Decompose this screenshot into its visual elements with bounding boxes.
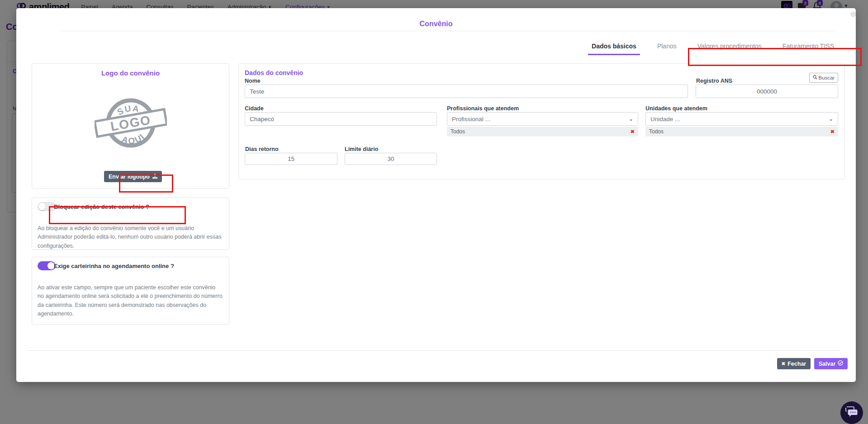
cidade-label: Cidade [245, 105, 264, 112]
chat-widget-button[interactable] [840, 401, 863, 424]
close-icon[interactable]: ⊗ [849, 10, 858, 19]
modal-title: Convênio [16, 20, 856, 28]
lock-edit-description: Ao bloquear a edição do convênio somente… [38, 224, 223, 250]
check-circle-icon [838, 360, 843, 367]
nome-input[interactable] [245, 85, 688, 98]
buscar-button[interactable]: Buscar [809, 73, 838, 83]
require-card-label: Exige carteirinha no agendamento online … [54, 263, 174, 269]
lock-edit-label: Bloquear edição deste convênio ? [54, 203, 149, 210]
registro-ans-label: Registro ANS [696, 78, 732, 84]
footer-divider [27, 350, 840, 351]
require-card-card: Exige carteirinha no agendamento online … [32, 257, 229, 325]
screen: amplimed Painel Agenda Consultas Pacient… [0, 0, 868, 424]
tab-bar: Dados básicos Planos Valores procediment… [588, 41, 838, 55]
tab-planos[interactable]: Planos [654, 41, 680, 55]
nome-label: Nome [245, 78, 261, 84]
profissionais-label: Profissionais que atendem [447, 105, 519, 112]
profissionais-select[interactable]: Profissional ... ⌄ [447, 112, 638, 126]
header-divider [59, 31, 838, 31]
chat-bubbles-icon [845, 405, 859, 420]
registro-ans-input[interactable] [696, 85, 838, 98]
limite-diario-label: Limite diário [345, 146, 378, 152]
unidades-label: Unidades que atendem [645, 105, 707, 112]
unidades-chip: Todos ✖ [645, 127, 838, 137]
logo-card: Logo do convênio ✦ SUA ✦ AQUI [32, 63, 229, 188]
remove-chip-icon[interactable]: ✖ [631, 129, 635, 135]
tab-faturamento-tiss[interactable]: Faturamento TISS [779, 41, 838, 55]
profissionais-chip: Todos ✖ [447, 127, 638, 137]
upload-logo-button[interactable]: Enviar logotipo [104, 171, 162, 182]
search-icon [813, 75, 817, 80]
tab-valores-procedimentos[interactable]: Valores procedimentos [694, 41, 765, 55]
require-card-toggle[interactable] [38, 261, 56, 270]
placeholder-logo-stamp: ✦ SUA ✦ AQUI LOGO [95, 94, 167, 151]
x-icon: ✖ [782, 361, 785, 366]
convenio-modal: ⊗ Convênio Dados básicos Planos Valores … [16, 8, 856, 382]
unidades-select[interactable]: Unidade ... ⌄ [645, 112, 838, 126]
salvar-button[interactable]: Salvar [814, 358, 848, 369]
tab-dados-basicos[interactable]: Dados básicos [588, 41, 640, 55]
chevron-down-icon: ⌄ [629, 116, 633, 122]
chevron-down-icon: ⌄ [829, 116, 833, 122]
lock-edit-toggle[interactable] [38, 202, 56, 211]
convenio-form-card: Dados do convênio Nome Registro ANS Busc… [238, 63, 845, 179]
require-card-description: Ao ativar este campo, sempre que um paci… [38, 283, 223, 319]
upload-icon [152, 174, 157, 180]
logo-card-title: Logo do convênio [32, 69, 229, 77]
lock-edit-card: Bloquear edição deste convênio ? Ao bloq… [32, 198, 229, 250]
fechar-button[interactable]: ✖ Fechar [777, 358, 811, 369]
cidade-input[interactable] [245, 112, 437, 126]
dias-retorno-input[interactable] [245, 153, 337, 165]
dias-retorno-label: Dias retorno [245, 146, 279, 152]
limite-diario-input[interactable] [345, 153, 437, 165]
remove-chip-icon[interactable]: ✖ [830, 129, 835, 135]
form-section-title: Dados do convênio [245, 69, 303, 76]
